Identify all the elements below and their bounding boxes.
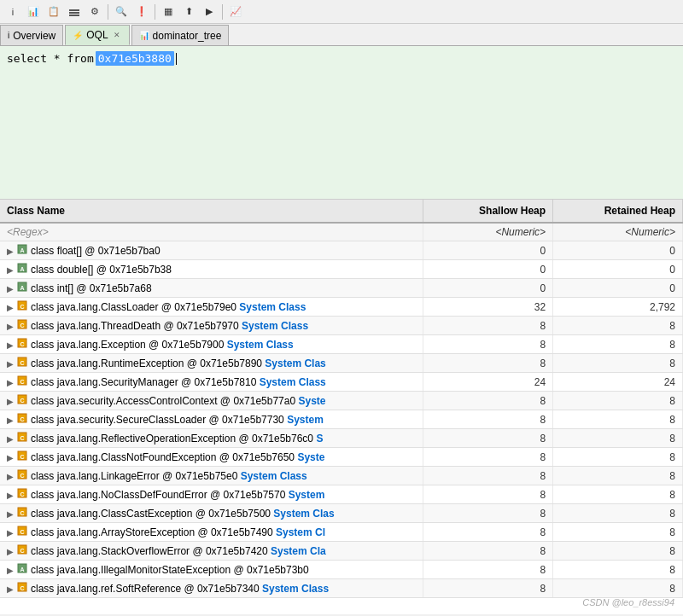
table-row[interactable]: ▶Cclass java.lang.LinkageError @ 0x71e5b… [0,467,683,485]
row-expand-icon[interactable]: ▶ [7,247,14,256]
toolbar-btn-play[interactable]: ▶ [200,3,219,21]
table-row[interactable]: ▶Cclass java.lang.Exception @ 0x71e5b790… [0,335,683,354]
row-expand-icon[interactable]: ▶ [7,397,14,406]
table-row[interactable]: ▶Cclass java.lang.SecurityManager @ 0x71… [0,373,683,392]
table-row[interactable]: ▶Cclass java.lang.ArrayStoreException @ … [0,523,683,542]
row-class-icon: C [17,508,27,519]
table-row[interactable]: ▶Cclass java.lang.ClassCastException @ 0… [0,504,683,523]
system-class-label: System Class [242,320,308,332]
cell-retained-heap: 8 [553,410,683,429]
system-class-label: System Cl [276,526,325,538]
toolbar-btn-stats[interactable]: 📈 [226,3,245,21]
row-class-icon: C [17,321,27,331]
table-row[interactable]: ▶Aclass double[] @ 0x71e5b7b3800 [0,260,683,279]
cell-shallow-heap: 8 [423,504,553,523]
row-class-icon: C [17,415,27,425]
tab-oql[interactable]: ⚡ OQL ✕ [65,25,129,45]
row-expand-icon[interactable]: ▶ [7,528,14,538]
tab-overview[interactable]: i Overview [0,25,63,45]
toolbar-btn-table[interactable]: 📋 [44,3,63,21]
row-expand-icon[interactable]: ▶ [7,284,14,293]
cell-shallow-heap: 8 [423,410,553,429]
table-row[interactable]: ▶Aclass int[] @ 0x71e5b7a6800 [0,279,683,298]
table-row[interactable]: ▶Cclass java.lang.NoClassDefFoundError @… [0,485,683,504]
table-row[interactable]: ▶Cclass java.security.AccessControlConte… [0,392,683,410]
class-name-text: class java.security.AccessControlContext… [31,395,298,407]
cell-retained-heap: 0 [553,260,683,279]
col-header-retained[interactable]: Retained Heap [553,200,683,223]
cell-classname: ▶Aclass int[] @ 0x71e5b7a68 [0,279,423,298]
table-row[interactable]: ▶Cclass java.lang.RuntimeException @ 0x7… [0,354,683,373]
row-expand-icon[interactable]: ▶ [7,491,14,500]
tab-overview-icon: i [8,31,9,40]
row-class-icon: C [17,527,27,538]
cell-classname: ▶Cclass java.lang.SecurityManager @ 0x71… [0,373,423,392]
row-expand-icon[interactable]: ▶ [7,547,14,556]
toolbar-btn-tools[interactable] [65,3,84,21]
results-table: Class Name Shallow Heap Retained Heap <R… [0,200,683,598]
system-class-label: System Class [227,339,294,351]
system-class-label: Syste [297,451,324,463]
svg-text:A: A [20,285,24,291]
toolbar-btn-up[interactable]: ⬆ [179,3,198,21]
table-row[interactable]: ▶Aclass float[] @ 0x71e5b7ba000 [0,241,683,260]
row-expand-icon[interactable]: ▶ [7,416,14,425]
class-name-text: class java.lang.ArrayStoreException @ 0x… [31,526,276,538]
tab-dominator[interactable]: 📊 dominator_tree [131,25,230,45]
row-expand-icon[interactable]: ▶ [7,472,14,481]
row-expand-icon[interactable]: ▶ [7,566,14,575]
system-class-label: System Cla [271,545,326,557]
filter-shallow[interactable]: <Numeric> [423,223,553,241]
table-row[interactable]: ▶Cclass java.lang.ref.SoftReference @ 0x… [0,579,683,598]
cell-retained-heap: 8 [553,523,683,542]
table-row[interactable]: ▶Cclass java.lang.ClassNotFoundException… [0,448,683,467]
row-expand-icon[interactable]: ▶ [7,359,14,369]
col-header-shallow[interactable]: Shallow Heap [423,200,553,223]
query-prefix: select * from [7,52,94,65]
row-expand-icon[interactable]: ▶ [7,584,14,594]
toolbar-btn-chart[interactable]: 📊 [24,3,43,21]
cell-shallow-heap: 0 [423,279,553,298]
row-expand-icon[interactable]: ▶ [7,453,14,462]
col-header-classname[interactable]: Class Name [0,200,423,223]
table-row[interactable]: ▶Cclass java.lang.ClassLoader @ 0x71e5b7… [0,298,683,317]
toolbar-btn-search[interactable]: 🔍 [112,3,131,21]
svg-text:C: C [20,548,24,554]
svg-text:C: C [20,435,24,441]
tab-oql-close[interactable]: ✕ [112,30,122,40]
class-name-text: class java.lang.ClassLoader @ 0x71e5b79e… [31,301,239,313]
results-area[interactable]: Class Name Shallow Heap Retained Heap <R… [0,200,683,614]
svg-text:C: C [20,491,24,497]
row-expand-icon[interactable]: ▶ [7,322,14,331]
row-class-icon: A [17,565,27,575]
row-expand-icon[interactable]: ▶ [7,340,14,350]
svg-text:C: C [20,398,24,404]
svg-text:C: C [20,416,24,422]
svg-text:C: C [20,379,24,385]
toolbar-btn-settings[interactable]: ⚙ [85,3,104,21]
toolbar-btn-grid[interactable]: ▦ [159,3,178,21]
cell-classname: ▶Cclass java.lang.ClassCastException @ 0… [0,504,423,523]
table-row[interactable]: ▶Cclass java.lang.ThreadDeath @ 0x71e5b7… [0,317,683,335]
query-value[interactable]: 0x71e5b3880 [96,51,174,66]
cell-retained-heap: 8 [553,335,683,354]
filter-classname[interactable]: <Regex> [0,223,423,241]
query-area[interactable]: select * from 0x71e5b3880 [0,46,683,200]
row-expand-icon[interactable]: ▶ [7,509,14,519]
filter-retained[interactable]: <Numeric> [553,223,683,241]
row-expand-icon[interactable]: ▶ [7,265,14,275]
row-expand-icon[interactable]: ▶ [7,303,14,312]
toolbar-btn-warning[interactable]: ❗ [132,3,151,21]
row-expand-icon[interactable]: ▶ [7,378,14,387]
table-row[interactable]: ▶Cclass java.lang.StackOverflowError @ 0… [0,542,683,561]
table-row[interactable]: ▶Cclass java.security.SecureClassLoader … [0,410,683,429]
cell-shallow-heap: 8 [423,448,553,467]
table-row[interactable]: ▶Aclass java.lang.IllegalMonitorStateExc… [0,561,683,579]
toolbar-separator-3 [222,4,223,20]
row-class-icon: C [17,433,27,444]
svg-text:C: C [20,304,24,310]
table-row[interactable]: ▶Cclass java.lang.ReflectiveOperationExc… [0,429,683,448]
toolbar-btn-info[interactable]: i [3,3,22,21]
tab-oql-icon: ⚡ [73,31,83,40]
row-expand-icon[interactable]: ▶ [7,434,14,444]
